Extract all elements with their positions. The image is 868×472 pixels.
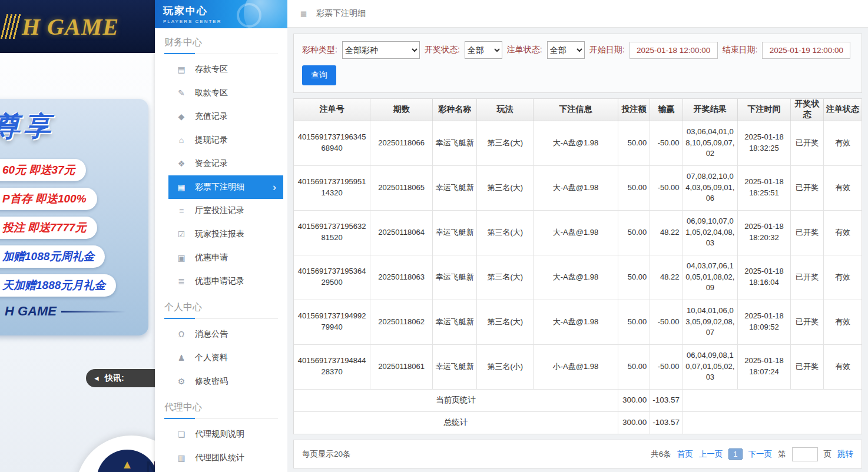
sidebar-item-label: 代理规则说明 <box>195 429 244 440</box>
sidebar-item[interactable]: ◆充值记录 <box>155 105 287 128</box>
table-cell: 第三名(大) <box>477 165 534 210</box>
table-cell: 50.00 <box>618 255 650 300</box>
jump-button[interactable]: 跳转 <box>837 449 853 460</box>
table-cell: 50.00 <box>618 300 650 344</box>
promo-apply-icon: ▣ <box>177 253 186 262</box>
sidebar-item-label: 充值记录 <box>195 111 228 122</box>
sidebar-item[interactable]: ⚙修改密码 <box>155 370 287 393</box>
end-date-label: 结束日期: <box>723 45 758 55</box>
column-header: 下注信息 <box>534 99 618 121</box>
table-cell: 有效 <box>824 255 862 300</box>
app: H GAME 尊享 60元 即送37元P首存 即送100%投注 即送7777元加… <box>0 0 868 472</box>
table-cell: 401569173719499279940 <box>294 300 370 344</box>
sidebar-item-label: 厅室投注记录 <box>195 205 244 216</box>
first-page-link[interactable]: 首页 <box>677 449 693 460</box>
bet-details-icon: ▦ <box>177 182 186 192</box>
recharge-record-icon: ◆ <box>177 112 186 121</box>
page-jump-input[interactable] <box>792 447 818 461</box>
table-cell: 第三名(大) <box>477 210 534 255</box>
bets-table-panel: 注单号期数彩种名称玩法下注信息投注额输赢开奖结果下注时间开奖状态注单状态 401… <box>293 98 862 434</box>
table-cell: 第三名(大) <box>477 300 534 344</box>
table-cell: 48.22 <box>650 255 683 300</box>
sidebar-item[interactable]: ≡厅室投注记录 <box>155 199 287 222</box>
page-summary-label: 当前页统计 <box>294 389 618 411</box>
table-cell: 20250118065 <box>370 165 433 210</box>
draw-status-select[interactable]: 全部 <box>465 41 502 59</box>
table-cell: 06,09,10,07,01,05,02,04,08,03 <box>683 210 738 255</box>
background-site: H GAME 尊享 60元 即送37元P首存 即送100%投注 即送7777元加… <box>0 0 155 472</box>
table-cell: 第三名(大) <box>477 121 534 165</box>
sidebar-item[interactable]: Ω消息公告 <box>155 323 287 346</box>
table-cell: 第三名(大) <box>477 255 534 300</box>
speaker-icon: ◄ <box>93 375 100 382</box>
table-cell: -50.00 <box>650 344 683 389</box>
bets-table: 注单号期数彩种名称玩法下注信息投注额输赢开奖结果下注时间开奖状态注单状态 401… <box>294 99 862 434</box>
user-icon: ♟ <box>177 353 186 363</box>
sidebar-item[interactable]: ⌂提现记录 <box>155 128 287 152</box>
table-cell: 401569173719595114320 <box>294 165 370 210</box>
sidebar-item[interactable]: ❖资金记录 <box>155 152 287 175</box>
promo-brand-line: H GAME <box>5 304 148 319</box>
table-row: 40156917371956328152020250118064幸运飞艇新第三名… <box>294 210 862 255</box>
sidebar-item-label: 修改密码 <box>195 376 228 387</box>
table-cell: 幸运飞艇新 <box>432 344 476 389</box>
total-count: 共6条 <box>651 449 671 460</box>
main-content: ≡ 彩票下注明细 彩种类型: 全部彩种 开奖状态: 全部 注单状态: 全部 开始… <box>287 0 868 472</box>
menu-toggle-icon[interactable]: ≡ <box>300 8 307 19</box>
filter-panel: 彩种类型: 全部彩种 开奖状态: 全部 注单状态: 全部 开始日期: 结束日期:… <box>293 34 862 93</box>
next-page-link[interactable]: 下一页 <box>748 449 773 460</box>
table-cell: 20250118066 <box>370 121 433 165</box>
sidebar-item[interactable]: ☑玩家投注报表 <box>155 222 287 246</box>
sidebar-item[interactable]: ▤存款专区 <box>155 58 287 81</box>
table-cell: 401569173719484428370 <box>294 344 370 389</box>
bet-report-icon: ☑ <box>177 230 186 239</box>
sidebar-item[interactable]: ▥代理团队统计 <box>155 446 287 470</box>
table-cell: 已开奖 <box>790 210 823 255</box>
jump-prefix: 第 <box>778 449 786 460</box>
sidebar-item-label: 存款专区 <box>195 64 228 75</box>
start-date-input[interactable] <box>630 42 718 59</box>
search-button[interactable]: 查询 <box>302 65 336 85</box>
sidebar-item[interactable]: ▣优惠申请 <box>155 246 287 270</box>
news-ticker: ◄ 快讯: <box>86 369 155 387</box>
site-footer-logo: ▲ N <box>75 436 155 472</box>
sidebar-item-label: 消息公告 <box>195 329 228 340</box>
table-row: 40156917371963456894020250118066幸运飞艇新第三名… <box>294 121 862 165</box>
sidebar-item[interactable]: ❏代理规则说明 <box>155 423 287 446</box>
jump-suffix: 页 <box>824 449 832 460</box>
table-cell: 20250118064 <box>370 210 433 255</box>
footer-letter: N <box>146 458 155 472</box>
sidebar-item-label: 代理团队统计 <box>195 453 244 463</box>
order-status-select[interactable]: 全部 <box>547 41 585 59</box>
end-date-input[interactable] <box>762 42 850 59</box>
sidebar-subtitle: PLAYERS CENTER <box>163 19 287 24</box>
table-cell: 有效 <box>824 121 862 165</box>
table-cell: -50.00 <box>650 300 683 344</box>
sidebar-item[interactable]: ✎取款专区 <box>155 81 287 105</box>
table-cell: 03,06,04,01,08,10,05,09,07,02 <box>683 121 738 165</box>
table-row: 40156917371948442837020250118061幸运飞艇新第三名… <box>294 344 862 389</box>
column-header: 开奖结果 <box>683 99 738 121</box>
page-summary-winloss: -103.57 <box>650 389 683 411</box>
table-cell: 幸运飞艇新 <box>432 165 476 210</box>
filter-row: 彩种类型: 全部彩种 开奖状态: 全部 注单状态: 全部 开始日期: 结束日期: <box>302 41 853 59</box>
grand-summary-winloss: -103.57 <box>650 411 683 434</box>
sidebar-item[interactable]: ▦彩票下注明细› <box>168 175 283 199</box>
table-cell: -50.00 <box>650 121 683 165</box>
table-cell: 04,03,07,06,10,05,01,08,02,09 <box>683 255 738 300</box>
promo-pill: 60元 即送37元 <box>0 159 86 181</box>
sidebar-item-label: 玩家投注报表 <box>195 229 244 240</box>
table-cell: 幸运飞艇新 <box>432 300 476 344</box>
table-cell: 幸运飞艇新 <box>432 255 476 300</box>
pagination-controls: 共6条 首页 上一页 1 下一页 第 页 跳转 <box>651 447 853 461</box>
prev-page-link[interactable]: 上一页 <box>699 449 723 460</box>
gear-icon: ⚙ <box>177 377 186 386</box>
brand-logo-text: H GAME <box>22 13 119 41</box>
sidebar-item[interactable]: ≣优惠申请记录 <box>155 270 287 293</box>
lottery-type-select[interactable]: 全部彩种 <box>342 41 420 59</box>
column-header: 玩法 <box>477 99 534 121</box>
section-title: 代理中心 <box>164 401 278 419</box>
sidebar-item[interactable]: ♟个人资料 <box>155 346 287 370</box>
table-cell: 20250118062 <box>370 300 433 344</box>
start-date-label: 开始日期: <box>589 45 625 55</box>
